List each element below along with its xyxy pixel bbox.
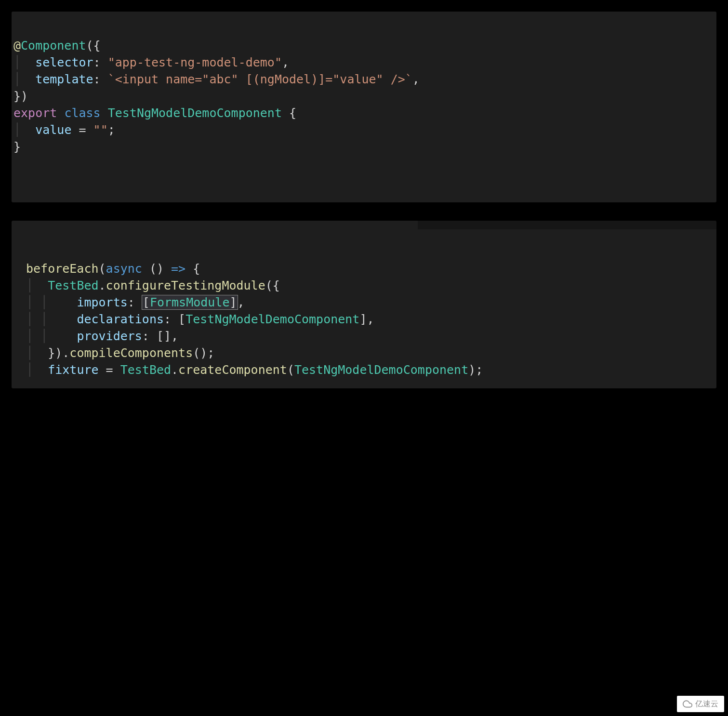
selector-value: "app-test-ng-model-demo" (108, 55, 282, 69)
code-line: beforeEach(async () => { (26, 262, 200, 276)
code-block-1: @Component({ │ selector: "app-test-ng-mo… (12, 12, 716, 202)
prop-selector: selector (35, 55, 93, 69)
declarations-value: TestNgModelDemoComponent (185, 312, 359, 326)
template-value: `<input name="abc" [(ngModel)]="value" /… (108, 72, 412, 86)
cloud-icon (683, 699, 692, 709)
imports-value: FormsModule (150, 295, 230, 309)
fn-beforeeach: beforeEach (26, 262, 99, 276)
code-line: │ │ providers: [], (26, 329, 178, 343)
field-value: value (35, 123, 71, 137)
prop-providers: providers (77, 329, 142, 343)
class-name: TestNgModelDemoComponent (108, 106, 282, 120)
code-line: │ value = ""; (13, 123, 115, 137)
watermark-text: 亿速云 (695, 699, 718, 709)
var-fixture: fixture (48, 363, 98, 377)
kw-async: async (106, 262, 142, 276)
decorator-name: Component (21, 39, 86, 53)
code-line: │ fixture = TestBed.createComponent(Test… (26, 363, 483, 377)
create-arg: TestNgModelDemoComponent (294, 363, 468, 377)
prop-imports: imports (77, 295, 127, 309)
code-line: │ template: `<input name="abc" [(ngModel… (13, 72, 420, 86)
paren-open: ( (86, 39, 93, 53)
minimap-shadow (418, 221, 716, 229)
code-line: }) (13, 89, 28, 103)
code-line: │ │ declarations: [TestNgModelDemoCompon… (26, 312, 374, 326)
code-line: │ }).compileComponents(); (26, 346, 214, 360)
selection-highlight[interactable]: [FormsModule] (142, 295, 238, 309)
kw-export: export (13, 106, 57, 120)
decorator-close: }) (13, 89, 28, 103)
code-line: @Component({ (13, 39, 101, 53)
decorator-at: @ (13, 39, 21, 53)
brace-open: { (93, 39, 101, 53)
prop-declarations: declarations (77, 312, 164, 326)
code-line: │ selector: "app-test-ng-model-demo", (13, 55, 289, 69)
class-close: } (13, 140, 21, 154)
prop-template: template (35, 72, 93, 86)
cls-testbed: TestBed (48, 278, 98, 292)
watermark-badge: 亿速云 (677, 696, 724, 712)
providers-value: [] (157, 329, 171, 343)
code-line: │ │ imports: [FormsModule], (26, 295, 245, 309)
code-line: export class TestNgModelDemoComponent { (13, 106, 296, 120)
fn-compile: compileComponents (69, 346, 193, 360)
fn-createcomponent: createComponent (178, 363, 287, 377)
arrow: => (164, 262, 193, 276)
code-line: │ TestBed.configureTestingModule({ (26, 278, 280, 292)
kw-class: class (64, 106, 100, 120)
code-line: } (13, 140, 21, 154)
fn-configure: configureTestingModule (106, 278, 265, 292)
code-block-2: beforeEach(async () => { │ TestBed.confi… (12, 221, 716, 388)
